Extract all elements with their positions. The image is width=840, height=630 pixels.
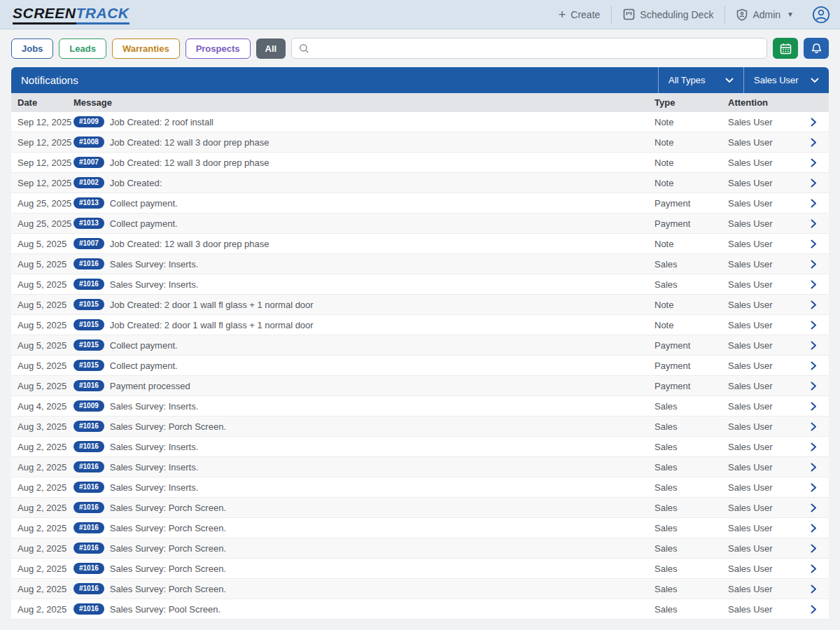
job-number-badge[interactable]: #1016 <box>74 441 104 452</box>
row-open-button[interactable] <box>798 503 829 512</box>
row-open-button[interactable] <box>798 321 829 330</box>
job-number-badge[interactable]: #1015 <box>74 360 104 371</box>
row-open-button[interactable] <box>798 219 829 228</box>
table-row[interactable]: Aug 2, 2025 #1016 Sales Survey: Inserts.… <box>11 437 829 457</box>
row-date: Sep 12, 2025 <box>11 178 74 188</box>
table-row[interactable]: Aug 25, 2025 #1013 Collect payment. Paym… <box>11 193 829 214</box>
job-number-badge[interactable]: #1016 <box>74 522 104 533</box>
tab-prospects[interactable]: Prospects <box>186 38 251 59</box>
row-open-button[interactable] <box>798 483 829 492</box>
search-bar[interactable] <box>291 38 767 59</box>
row-open-button[interactable] <box>798 280 829 289</box>
scheduling-deck-button[interactable]: Scheduling Deck <box>611 6 724 24</box>
tab-leads[interactable]: Leads <box>59 38 106 59</box>
user-filter-dropdown[interactable]: Sales User <box>743 67 829 93</box>
table-row[interactable]: Aug 5, 2025 #1015 Job Created: 2 door 1 … <box>11 295 829 315</box>
brand-logo[interactable]: SCREENTRACK <box>13 5 130 24</box>
row-open-button[interactable] <box>798 260 829 269</box>
table-row[interactable]: Aug 2, 2025 #1016 Sales Survey: Porch Sc… <box>11 538 829 559</box>
table-row[interactable]: Sep 12, 2025 #1007 Job Created: 12 wall … <box>11 153 829 173</box>
table-row[interactable]: Sep 12, 2025 #1002 Job Created: Note Sal… <box>11 173 829 193</box>
job-number-badge[interactable]: #1013 <box>74 218 104 229</box>
row-open-button[interactable] <box>798 382 829 391</box>
row-open-button[interactable] <box>798 605 829 614</box>
table-row[interactable]: Aug 5, 2025 #1015 Collect payment. Payme… <box>11 335 829 356</box>
job-number-badge[interactable]: #1016 <box>74 563 104 574</box>
job-number-badge[interactable]: #1016 <box>74 502 104 513</box>
job-number-badge[interactable]: #1016 <box>74 482 104 493</box>
row-type: Sales <box>654 421 728 432</box>
row-open-button[interactable] <box>798 158 829 167</box>
job-number-badge[interactable]: #1007 <box>74 157 104 168</box>
job-number-badge[interactable]: #1009 <box>74 400 104 412</box>
job-number-badge[interactable]: #1015 <box>74 319 104 330</box>
job-number-badge[interactable]: #1016 <box>74 421 104 432</box>
table-row[interactable]: Aug 5, 2025 #1015 Job Created: 2 door 1 … <box>11 315 829 335</box>
job-number-badge[interactable]: #1016 <box>74 542 104 554</box>
table-row[interactable]: Aug 5, 2025 #1016 Sales Survey: Inserts.… <box>11 254 829 274</box>
table-row[interactable]: Aug 5, 2025 #1015 Collect payment. Payme… <box>11 356 829 376</box>
job-number-badge[interactable]: #1016 <box>74 583 104 594</box>
table-row[interactable]: Aug 2, 2025 #1016 Sales Survey: Porch Sc… <box>11 579 829 599</box>
table-row[interactable]: Aug 2, 2025 #1016 Sales Survey: Porch Sc… <box>11 518 829 538</box>
user-avatar-button[interactable] <box>812 6 830 24</box>
table-row[interactable]: Aug 5, 2025 #1007 Job Created: 12 wall 3… <box>11 234 829 254</box>
row-open-button[interactable] <box>798 341 829 350</box>
table-row[interactable]: Aug 5, 2025 #1016 Sales Survey: Inserts.… <box>11 274 829 295</box>
type-filter-dropdown[interactable]: All Types <box>658 67 743 93</box>
job-number-badge[interactable]: #1016 <box>74 258 104 270</box>
job-number-badge[interactable]: #1007 <box>74 238 104 249</box>
table-row[interactable]: Sep 12, 2025 #1009 Job Created: 2 roof i… <box>11 112 829 132</box>
table-row[interactable]: Sep 12, 2025 #1008 Job Created: 12 wall … <box>11 132 829 153</box>
row-open-button[interactable] <box>798 524 829 533</box>
admin-menu-button[interactable]: Admin ▼ <box>724 6 805 24</box>
calendar-button[interactable] <box>773 38 798 59</box>
table-row[interactable]: Aug 4, 2025 #1009 Sales Survey: Inserts.… <box>11 396 829 416</box>
job-number-badge[interactable]: #1013 <box>74 197 104 209</box>
row-open-button[interactable] <box>798 463 829 472</box>
job-number-badge[interactable]: #1008 <box>74 136 104 148</box>
job-number-badge[interactable]: #1015 <box>74 340 104 351</box>
chevron-right-icon <box>811 138 817 147</box>
row-open-button[interactable] <box>798 544 829 553</box>
row-open-button[interactable] <box>798 361 829 370</box>
table-row[interactable]: Aug 2, 2025 #1016 Sales Survey: Inserts.… <box>11 457 829 477</box>
row-message: Collect payment. <box>110 360 178 371</box>
row-date: Aug 25, 2025 <box>11 218 74 229</box>
table-row[interactable]: Aug 25, 2025 #1013 Collect payment. Paym… <box>11 214 829 234</box>
user-filter-value: Sales User <box>754 75 799 85</box>
row-open-button[interactable] <box>798 442 829 451</box>
row-open-button[interactable] <box>798 199 829 208</box>
table-row[interactable]: Aug 2, 2025 #1016 Sales Survey: Porch Sc… <box>11 498 829 518</box>
row-open-button[interactable] <box>798 118 829 127</box>
row-open-button[interactable] <box>798 178 829 188</box>
job-number-badge[interactable]: #1016 <box>74 461 104 472</box>
table-row[interactable]: Aug 5, 2025 #1016 Payment processed Paym… <box>11 376 829 396</box>
table-row[interactable]: Aug 2, 2025 #1016 Sales Survey: Pool Scr… <box>11 599 829 620</box>
table-row[interactable]: Aug 3, 2025 #1016 Sales Survey: Porch Sc… <box>11 416 829 437</box>
row-message: Job Created: 12 wall 3 door prep phase <box>110 239 270 249</box>
job-number-badge[interactable]: #1016 <box>74 380 104 391</box>
table-row[interactable]: Aug 2, 2025 #1016 Sales Survey: Porch Sc… <box>11 559 829 579</box>
job-number-badge[interactable]: #1015 <box>74 299 104 310</box>
job-number-badge[interactable]: #1016 <box>74 279 104 290</box>
row-open-button[interactable] <box>798 138 829 147</box>
job-number-badge[interactable]: #1016 <box>74 603 104 615</box>
job-number-badge[interactable]: #1002 <box>74 177 104 188</box>
tab-all[interactable]: All <box>256 38 286 59</box>
tab-warranties[interactable]: Warranties <box>112 38 180 59</box>
chevron-right-icon <box>811 199 817 208</box>
search-input[interactable] <box>315 43 760 54</box>
row-open-button[interactable] <box>798 300 829 309</box>
table-row[interactable]: Aug 2, 2025 #1016 Sales Survey: Inserts.… <box>11 477 829 498</box>
create-button[interactable]: + Create <box>547 6 612 24</box>
row-open-button[interactable] <box>798 239 829 248</box>
row-open-button[interactable] <box>798 422 829 431</box>
row-message: Job Created: 2 roof install <box>110 117 214 127</box>
row-open-button[interactable] <box>798 564 829 573</box>
row-open-button[interactable] <box>798 584 829 594</box>
job-number-badge[interactable]: #1009 <box>74 116 104 127</box>
notifications-bell-button[interactable] <box>804 38 829 59</box>
tab-jobs[interactable]: Jobs <box>11 38 53 59</box>
row-open-button[interactable] <box>798 402 829 411</box>
